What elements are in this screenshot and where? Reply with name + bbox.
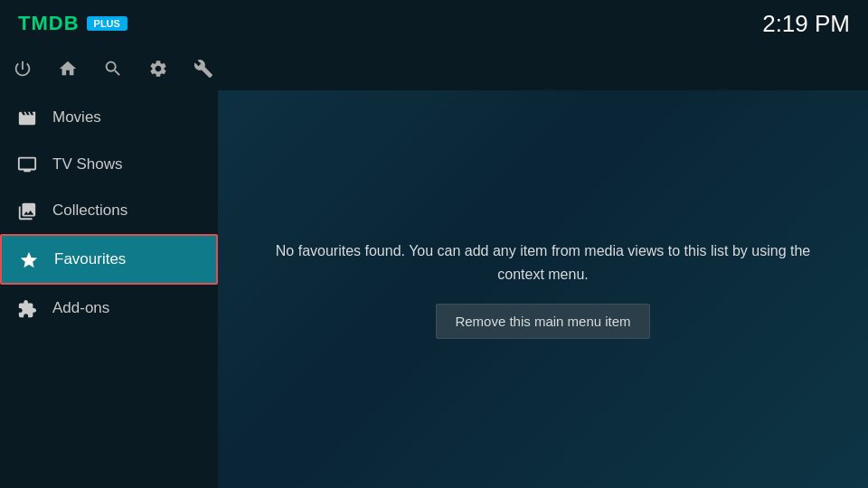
sidebar-item-add-ons-label: Add-ons [52,299,109,317]
film-icon [16,107,38,128]
star-icon [18,249,40,270]
content-message: No favourites found. You can add any ite… [272,239,815,286]
sidebar-item-favourites-label: Favourites [54,250,126,268]
nav-icon-bar [0,47,868,90]
sidebar-item-collections[interactable]: Collections [0,187,218,234]
app-header: TMDB PLUS 2:19 PM [0,0,868,47]
wrench-icon[interactable] [193,59,213,79]
logo-badge: PLUS [87,16,127,31]
sidebar: Movies TV Shows Collections Favourites A [0,90,218,488]
tv-icon [16,154,38,175]
remove-menu-item-button[interactable]: Remove this main menu item [436,304,649,339]
sidebar-item-collections-label: Collections [52,202,127,220]
power-icon[interactable] [13,59,33,79]
sidebar-item-tv-shows-label: TV Shows [52,155,122,174]
logo: TMDB PLUS [18,12,127,35]
sidebar-item-movies-label: Movies [52,108,101,127]
sidebar-item-favourites[interactable]: Favourites [0,234,218,285]
sidebar-item-movies[interactable]: Movies [0,94,218,141]
home-icon[interactable] [58,59,78,79]
settings-icon[interactable] [148,59,168,79]
clock: 2:19 PM [762,10,850,38]
sidebar-item-add-ons[interactable]: Add-ons [0,285,218,332]
main-area: Movies TV Shows Collections Favourites A [0,90,868,488]
logo-text: TMDB [18,12,80,35]
puzzle-icon [16,297,38,319]
content-area: No favourites found. You can add any ite… [218,90,868,488]
sidebar-item-tv-shows[interactable]: TV Shows [0,141,218,188]
search-icon[interactable] [103,59,123,79]
collections-icon [16,200,38,221]
